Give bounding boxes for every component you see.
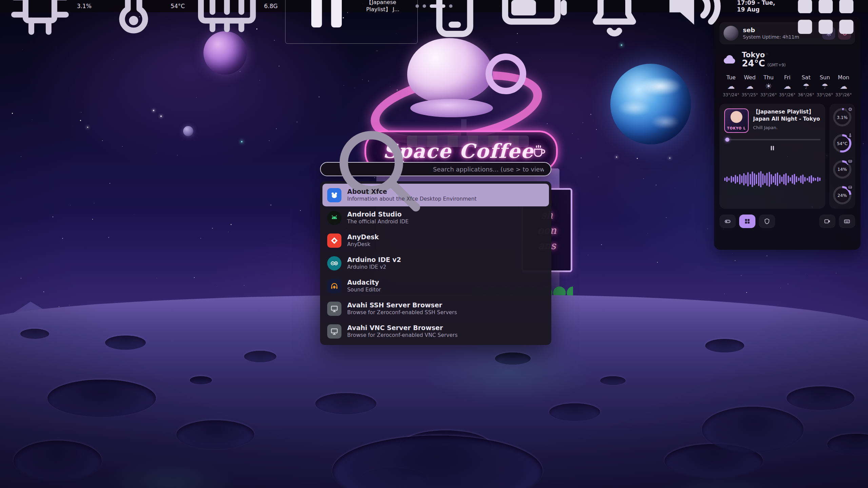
track-subtitle: Chill Japan.	[753, 125, 821, 130]
bright-star	[241, 141, 242, 142]
star	[656, 185, 656, 185]
forecast-day: Wed ☁ 35°/25°	[741, 74, 758, 97]
weather-city: Tokyo	[742, 51, 786, 59]
pause-button[interactable]	[769, 144, 776, 152]
small-moon	[183, 126, 193, 136]
launcher-result-item[interactable]: Audacity Sound Editor	[322, 274, 549, 297]
launcher-result-item[interactable]: Avahi SSH Server Browser Browse for Zero…	[322, 297, 549, 320]
weather-header: Tokyo 24°C (GMT+9)	[722, 51, 853, 68]
star	[22, 49, 23, 50]
app-text: AnyDesk AnyDesk	[347, 233, 379, 247]
weather-icon: ☁	[746, 83, 753, 90]
battery-icon[interactable]	[497, 0, 571, 43]
waveform-bar	[790, 177, 791, 181]
waveform-bar	[728, 178, 730, 181]
star	[578, 139, 578, 139]
waveform-bar	[741, 176, 743, 183]
weather-temperature: 24°C	[742, 59, 765, 68]
star	[297, 122, 297, 122]
star	[92, 219, 93, 220]
star	[80, 120, 81, 121]
star	[666, 217, 667, 218]
waveform-bar	[764, 175, 766, 183]
waveform-bar	[798, 178, 800, 181]
apps-button[interactable]	[739, 215, 755, 228]
app-text: Android Studio The official Android IDE	[347, 211, 409, 225]
controller-button[interactable]	[719, 215, 736, 228]
crater	[176, 420, 254, 449]
playback-progress[interactable]	[724, 139, 821, 140]
workspace-dot[interactable]	[430, 4, 446, 8]
gauge-icon	[847, 132, 853, 139]
app-icon	[327, 211, 341, 225]
waveform-bar	[781, 177, 783, 182]
waveform-bar	[733, 177, 734, 182]
star	[648, 233, 648, 233]
star	[102, 140, 103, 141]
crater	[20, 329, 49, 339]
clock[interactable]: 17:09 - Tue, 19 Aug	[737, 0, 783, 13]
waveform-bar	[800, 176, 802, 183]
bright-star	[616, 157, 617, 158]
workspace-dot[interactable]	[423, 4, 426, 8]
star	[767, 256, 767, 256]
bright-star	[153, 110, 154, 111]
star	[122, 146, 123, 147]
gauge: 3.1%	[833, 108, 851, 126]
forecast-day-label: Fri	[784, 74, 790, 81]
shield-button[interactable]	[759, 215, 775, 228]
launcher-result-item[interactable]: Arduino IDE v2 Arduino IDE v2	[322, 252, 549, 274]
app-name: Arduino IDE v2	[347, 256, 401, 263]
screen-record-button[interactable]	[819, 215, 835, 228]
weather-widget: Tokyo 24°C (GMT+9) Tue ☁ 33°/24° Wed ☁	[719, 49, 855, 99]
now-playing-button[interactable]: 【Japanese Playlist】 J...	[285, 0, 418, 44]
waveform-bar	[819, 178, 821, 181]
pause-icon	[290, 0, 363, 43]
waveform-bar	[792, 175, 793, 184]
progress-handle[interactable]	[725, 138, 729, 142]
bright-star	[160, 116, 162, 117]
star	[271, 205, 271, 205]
workspace-indicator	[416, 4, 453, 8]
search-input[interactable]	[432, 165, 545, 173]
launcher-search-bar[interactable]	[320, 162, 551, 176]
star	[588, 255, 588, 255]
crater	[702, 407, 804, 452]
launcher-result-item[interactable]: Avahi VNC Server Browser Browse for Zero…	[322, 320, 549, 343]
gauge-icon	[847, 106, 853, 113]
crater	[495, 352, 531, 365]
app-grid-icon[interactable]	[789, 0, 863, 43]
volume-icon[interactable]	[657, 0, 731, 43]
audio-waveform	[724, 155, 821, 204]
cpu-usage-indicator: 3.1%	[5, 0, 92, 41]
app-description: Sound Editor	[347, 287, 381, 293]
bright-star	[669, 158, 670, 159]
keyboard-button[interactable]	[839, 215, 855, 228]
app-description: AnyDesk	[347, 242, 379, 247]
launcher-result-item[interactable]: AnyDesk AnyDesk	[322, 229, 549, 252]
waveform-bar	[804, 177, 806, 182]
waveform-bar	[762, 174, 764, 185]
app-text: Arduino IDE v2 Arduino IDE v2	[347, 256, 401, 270]
workspace-dot[interactable]	[416, 4, 419, 8]
waveform-bar	[745, 175, 747, 184]
weather-timezone: (GMT+9)	[767, 63, 786, 67]
app-icon	[327, 256, 341, 270]
workspace-dot[interactable]	[449, 4, 453, 8]
waveform-bar	[775, 174, 776, 185]
media-player-card: TOKYO L 【Japanese Playlist】 Japan All Ni…	[719, 104, 825, 209]
forecast-temps: 33°/26°	[835, 92, 852, 97]
star	[200, 238, 201, 239]
waveform-bar	[724, 178, 726, 181]
waveform-bar	[739, 174, 741, 184]
star	[53, 217, 53, 217]
earth-planet	[610, 64, 691, 144]
forecast-day-label: Wed	[744, 74, 756, 81]
widget-sidebar: seb System Uptime: 4h11m Tokyo 24°C (GMT…	[714, 17, 861, 250]
crater	[787, 386, 854, 410]
controller-icon	[724, 218, 731, 225]
waveform-bar	[769, 172, 770, 187]
star	[343, 85, 344, 86]
media-region: TOKYO L 【Japanese Playlist】 Japan All Ni…	[719, 104, 855, 209]
notifications-bell-icon[interactable]	[577, 0, 651, 43]
